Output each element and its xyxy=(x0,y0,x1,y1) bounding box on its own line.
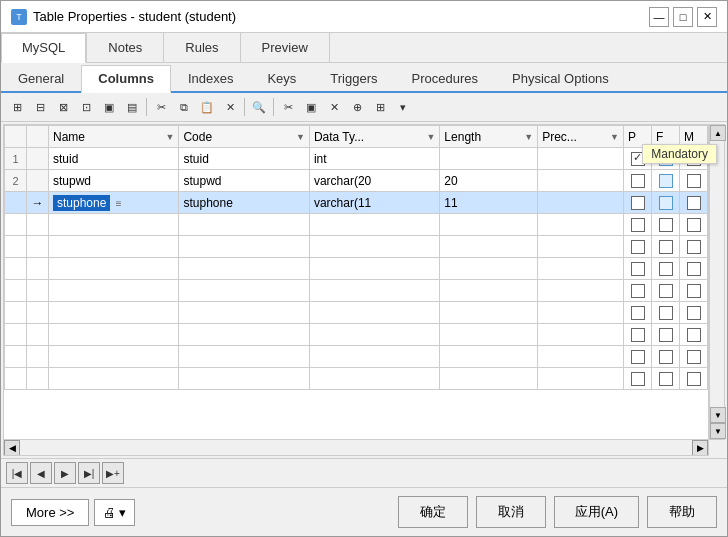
name-cell[interactable]: stuphone ≡ xyxy=(49,192,179,214)
datatype-sort-icon: ▼ xyxy=(426,132,435,142)
table-row[interactable] xyxy=(5,324,708,346)
table-row[interactable] xyxy=(5,346,708,368)
tb-btn-11[interactable]: ⊞ xyxy=(369,96,391,118)
tab-columns[interactable]: Columns xyxy=(81,65,171,93)
nav-prev-button[interactable]: ◀ xyxy=(30,462,52,484)
maximize-button[interactable]: □ xyxy=(673,7,693,27)
length-cell[interactable]: 20 xyxy=(440,170,538,192)
toolbar-sep-1 xyxy=(146,98,147,116)
tab-procedures[interactable]: Procedures xyxy=(395,65,495,91)
scroll-down-button[interactable]: ▼ xyxy=(710,407,726,423)
print-button[interactable]: 🖨 ▾ xyxy=(94,499,135,526)
col-header-code[interactable]: Code ▼ xyxy=(179,126,309,148)
toolbar-sep-2 xyxy=(244,98,245,116)
scroll-left-button[interactable]: ◀ xyxy=(4,440,20,456)
nav-add-button[interactable]: ▶+ xyxy=(102,462,124,484)
code-cell[interactable]: stuphone xyxy=(179,192,309,214)
table-row[interactable] xyxy=(5,258,708,280)
tb-paste[interactable]: 📋 xyxy=(196,96,218,118)
footer: More >> 🖨 ▾ 确定 取消 应用(A) 帮助 xyxy=(1,488,727,536)
code-cell[interactable]: stupwd xyxy=(179,170,309,192)
tb-btn-8[interactable]: ▣ xyxy=(300,96,322,118)
tb-btn-3[interactable]: ⊠ xyxy=(52,96,74,118)
tab-preview[interactable]: Preview xyxy=(241,33,329,62)
tab-physical[interactable]: Physical Options xyxy=(495,65,626,91)
vertical-scrollbar[interactable]: ▲ ▼ ▼ xyxy=(709,124,725,440)
tb-btn-4[interactable]: ⊡ xyxy=(75,96,97,118)
main-window: T Table Properties - student (student) —… xyxy=(0,0,728,537)
window-title: Table Properties - student (student) xyxy=(33,9,236,24)
nav-first-button[interactable]: |◀ xyxy=(6,462,28,484)
datatype-cell[interactable]: varchar(11 xyxy=(309,192,439,214)
tab-triggers[interactable]: Triggers xyxy=(313,65,394,91)
scroll-up-button[interactable]: ▲ xyxy=(710,125,726,141)
row-arrow: → xyxy=(27,192,49,214)
col-header-rownum xyxy=(5,126,27,148)
nav-next-button[interactable]: ▶ xyxy=(54,462,76,484)
confirm-button[interactable]: 确定 xyxy=(398,496,468,528)
p-cell[interactable] xyxy=(624,192,652,214)
table-row[interactable]: 1 stuid stuid int xyxy=(5,148,708,170)
tb-btn-10[interactable]: ⊕ xyxy=(346,96,368,118)
col-header-datatype[interactable]: Data Ty... ▼ xyxy=(309,126,439,148)
tb-cut[interactable]: ✂ xyxy=(150,96,172,118)
scroll-right-button[interactable]: ▶ xyxy=(692,440,708,456)
tab-rules[interactable]: Rules xyxy=(164,33,239,62)
table-row[interactable] xyxy=(5,368,708,390)
help-button[interactable]: 帮助 xyxy=(647,496,717,528)
prec-cell[interactable] xyxy=(538,148,624,170)
tb-find[interactable]: 🔍 xyxy=(248,96,270,118)
m-cell[interactable] xyxy=(680,192,708,214)
f-cell[interactable] xyxy=(652,192,680,214)
table-row[interactable] xyxy=(5,302,708,324)
mandatory-tooltip: Mandatory xyxy=(642,144,717,164)
close-button[interactable]: ✕ xyxy=(697,7,717,27)
tab-general[interactable]: General xyxy=(1,65,81,91)
tab-keys[interactable]: Keys xyxy=(250,65,313,91)
scroll-bottom-button[interactable]: ▼ xyxy=(710,423,726,439)
tb-btn-6[interactable]: ▤ xyxy=(121,96,143,118)
table-row[interactable] xyxy=(5,280,708,302)
f-cell[interactable] xyxy=(652,170,680,192)
toolbar: ⊞ ⊟ ⊠ ⊡ ▣ ▤ ✂ ⧉ 📋 ✕ 🔍 ✂ ▣ ✕ ⊕ ⊞ ▾ xyxy=(1,93,727,122)
tb-dropdown[interactable]: ▾ xyxy=(392,96,414,118)
minimize-button[interactable]: — xyxy=(649,7,669,27)
datatype-cell[interactable]: int xyxy=(309,148,439,170)
p-cell[interactable] xyxy=(624,170,652,192)
tb-btn-5[interactable]: ▣ xyxy=(98,96,120,118)
nav-last-button[interactable]: ▶| xyxy=(78,462,100,484)
prec-cell[interactable] xyxy=(538,192,624,214)
more-button[interactable]: More >> xyxy=(11,499,89,526)
length-cell[interactable] xyxy=(440,148,538,170)
tb-btn-7[interactable]: ✂ xyxy=(277,96,299,118)
apply-button[interactable]: 应用(A) xyxy=(554,496,639,528)
table-row[interactable]: 2 stupwd stupwd varchar(20 20 xyxy=(5,170,708,192)
table-row[interactable]: → stuphone ≡ stuphone varchar(11 11 xyxy=(5,192,708,214)
table-row[interactable] xyxy=(5,214,708,236)
horizontal-scrollbar[interactable]: ◀ ▶ xyxy=(4,439,708,455)
tb-delete[interactable]: ✕ xyxy=(219,96,241,118)
prec-cell[interactable] xyxy=(538,170,624,192)
col-header-name[interactable]: Name ▼ xyxy=(49,126,179,148)
tb-btn-1[interactable]: ⊞ xyxy=(6,96,28,118)
col-header-length[interactable]: Length ▼ xyxy=(440,126,538,148)
datatype-cell[interactable]: varchar(20 xyxy=(309,170,439,192)
length-cell[interactable]: 11 xyxy=(440,192,538,214)
code-cell[interactable]: stuid xyxy=(179,148,309,170)
tab-mysql[interactable]: MySQL xyxy=(1,33,86,63)
row-number: 2 xyxy=(5,170,27,192)
cancel-button[interactable]: 取消 xyxy=(476,496,546,528)
tb-btn-2[interactable]: ⊟ xyxy=(29,96,51,118)
tb-btn-9[interactable]: ✕ xyxy=(323,96,345,118)
table-row[interactable] xyxy=(5,236,708,258)
tab-notes[interactable]: Notes xyxy=(87,33,163,62)
scroll-h-track[interactable] xyxy=(20,440,692,455)
m-cell[interactable] xyxy=(680,170,708,192)
scroll-v-track[interactable] xyxy=(710,141,724,407)
top-tab-bar: MySQL Notes Rules Preview xyxy=(1,33,727,63)
col-header-prec[interactable]: Prec... ▼ xyxy=(538,126,624,148)
tb-copy[interactable]: ⧉ xyxy=(173,96,195,118)
tab-indexes[interactable]: Indexes xyxy=(171,65,251,91)
name-cell[interactable]: stuid xyxy=(49,148,179,170)
name-cell[interactable]: stupwd xyxy=(49,170,179,192)
